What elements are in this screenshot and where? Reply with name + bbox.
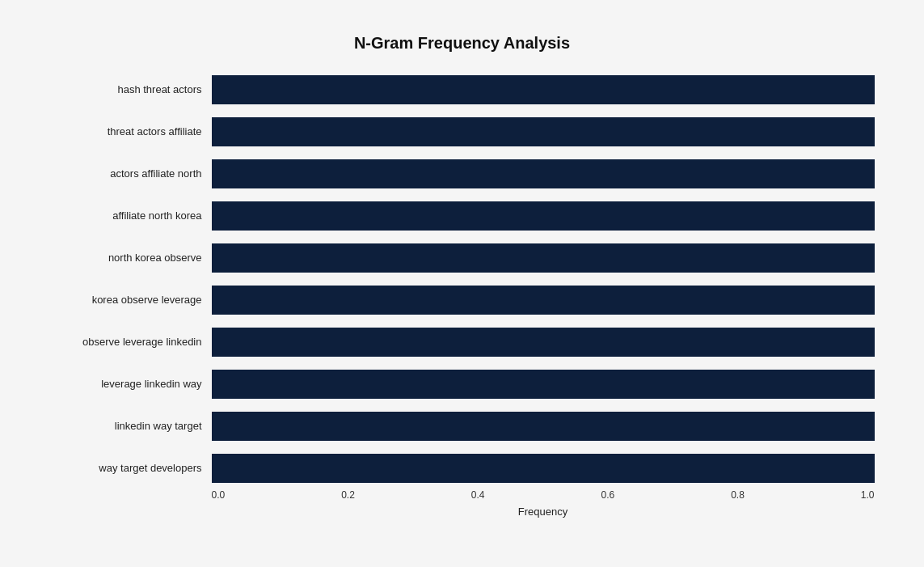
- bar-row: leverage linkedin way: [50, 363, 875, 405]
- x-tick: 1.0: [861, 489, 875, 501]
- bar-label: affiliate north korea: [50, 209, 212, 222]
- bar-label: threat actors affiliate: [50, 125, 212, 138]
- bar-row: actors affiliate north: [50, 153, 875, 195]
- bar-track: [212, 159, 875, 188]
- bar-fill: [212, 117, 875, 146]
- bar-label: actors affiliate north: [50, 167, 212, 180]
- x-tick: 0.4: [471, 489, 485, 501]
- bar-label: linkedin way target: [50, 420, 212, 432]
- bar-row: affiliate north korea: [50, 195, 875, 237]
- bar-row: linkedin way target: [50, 405, 875, 447]
- x-axis-wrapper: 0.00.20.40.60.81.0 Frequency: [212, 489, 875, 518]
- x-tick: 0.2: [341, 489, 355, 501]
- x-axis-label: Frequency: [212, 506, 875, 518]
- bar-track: [212, 243, 875, 273]
- bar-fill: [212, 201, 875, 231]
- bar-row: north korea observe: [50, 237, 875, 279]
- bar-fill: [212, 159, 875, 188]
- bar-fill: [212, 328, 875, 357]
- bar-row: hash threat actors: [50, 69, 875, 111]
- bar-row: threat actors affiliate: [50, 111, 875, 153]
- bar-track: [212, 412, 875, 441]
- bar-track: [212, 328, 875, 357]
- bar-track: [212, 286, 875, 315]
- bar-label: observe leverage linkedin: [50, 336, 212, 348]
- x-tick: 0.8: [731, 489, 745, 501]
- chart-title: N-Gram Frequency Analysis: [50, 34, 875, 53]
- bar-fill: [212, 243, 875, 273]
- bar-fill: [212, 454, 875, 483]
- bar-fill: [212, 75, 875, 104]
- x-tick: 0.6: [601, 489, 614, 501]
- bar-track: [212, 370, 875, 399]
- chart-area: hash threat actorsthreat actors affiliat…: [50, 69, 875, 489]
- bar-row: way target developers: [50, 447, 875, 489]
- bar-label: way target developers: [50, 462, 212, 474]
- bar-label: north korea observe: [50, 252, 212, 264]
- bar-fill: [212, 370, 875, 399]
- bar-track: [212, 201, 875, 231]
- bar-row: korea observe leverage: [50, 279, 875, 321]
- bar-track: [212, 75, 875, 104]
- bar-label: korea observe leverage: [50, 294, 212, 306]
- bar-label: hash threat actors: [50, 83, 212, 95]
- bar-row: observe leverage linkedin: [50, 321, 875, 363]
- x-tick: 0.0: [212, 489, 226, 501]
- bar-track: [212, 117, 875, 146]
- chart-container: N-Gram Frequency Analysis hash threat ac…: [18, 18, 907, 550]
- bar-label: leverage linkedin way: [50, 378, 212, 390]
- bar-track: [212, 454, 875, 483]
- x-ticks: 0.00.20.40.60.81.0: [212, 489, 875, 501]
- bar-fill: [212, 412, 875, 441]
- bar-fill: [212, 286, 875, 315]
